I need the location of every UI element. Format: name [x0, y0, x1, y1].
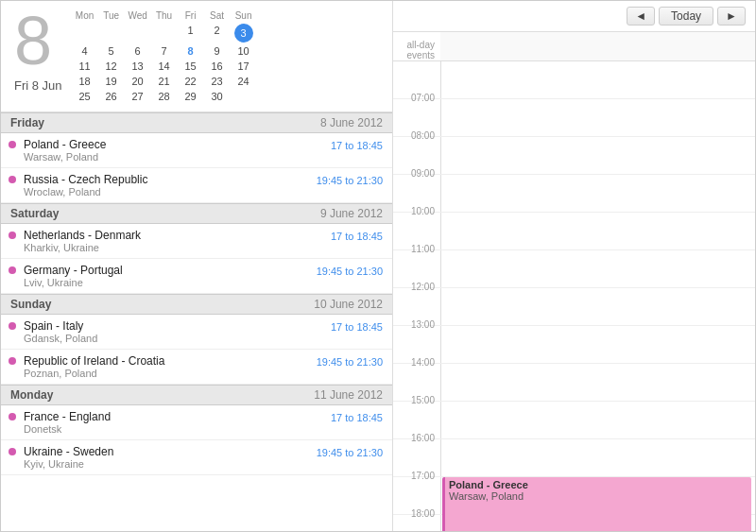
- cal-cell[interactable]: 7: [151, 43, 178, 59]
- cal-cell[interactable]: 17: [231, 59, 257, 74]
- day-label: Fri 8 Jun: [14, 78, 62, 93]
- time-row: 15:00: [393, 402, 755, 439]
- day-header-name: Sunday: [10, 298, 51, 311]
- time-content[interactable]: [440, 288, 755, 325]
- cal-cell[interactable]: 30: [204, 89, 231, 104]
- time-content[interactable]: [440, 213, 755, 249]
- day-header-name: Saturday: [10, 207, 59, 220]
- big-date-container: 8 Fri 8 Jun: [14, 10, 62, 93]
- cal-cell[interactable]: 12: [98, 59, 125, 74]
- event-dot: [9, 413, 16, 420]
- event-time: 19:45 to 21:30: [317, 356, 383, 368]
- event-time: 17 to 18:45: [331, 321, 383, 333]
- event-item[interactable]: Russia - Czech RepublicWroclaw, Poland19…: [1, 168, 392, 203]
- cal-cell[interactable]: 11: [72, 59, 98, 74]
- cal-cell[interactable]: 1: [178, 23, 204, 43]
- day-header-name: Monday: [10, 388, 53, 402]
- time-content[interactable]: [440, 439, 755, 476]
- time-label: 16:00: [393, 433, 440, 470]
- time-label: [393, 61, 440, 92]
- cal-cell[interactable]: 10: [231, 43, 257, 59]
- cal-days-header: MonTueWedThuFriSatSun: [72, 10, 379, 21]
- time-label: 11:00: [393, 244, 440, 281]
- cal-cell[interactable]: 24: [231, 74, 257, 89]
- cal-week-row: 252627282930: [72, 89, 379, 104]
- event-location: Kharkiv, Ukraine: [24, 242, 323, 253]
- cal-cell[interactable]: 4: [72, 43, 98, 59]
- time-content[interactable]: [440, 250, 755, 287]
- event-time: 19:45 to 21:30: [317, 447, 383, 458]
- event-title: Ukraine - Sweden: [24, 445, 309, 458]
- time-content[interactable]: [440, 326, 755, 363]
- cal-cell[interactable]: 20: [125, 74, 151, 89]
- cal-cell[interactable]: 5: [98, 43, 125, 59]
- day-header-name: Friday: [10, 116, 44, 129]
- event-title: Spain - Italy: [24, 319, 323, 333]
- cal-day-header: Sat: [204, 10, 231, 21]
- next-button[interactable]: ►: [717, 7, 746, 26]
- cal-cell[interactable]: 19: [98, 74, 125, 89]
- time-grid-scroll[interactable]: 07:0008:0009:0010:0011:0012:0013:0014:00…: [393, 61, 755, 531]
- today-button[interactable]: Today: [659, 7, 713, 26]
- event-info: Netherlands - DenmarkKharkiv, Ukraine: [24, 229, 323, 253]
- cal-week-row: 45678910: [72, 43, 379, 59]
- time-row: 11:00: [393, 250, 755, 288]
- event-item[interactable]: Spain - ItalyGdansk, Poland17 to 18:45: [1, 315, 392, 350]
- cal-cell[interactable]: 3: [234, 24, 253, 43]
- event-dot: [9, 176, 16, 183]
- time-content[interactable]: [440, 137, 755, 174]
- event-item[interactable]: Germany - PortugalLviv, Ukraine19:45 to …: [1, 259, 392, 294]
- time-content[interactable]: [440, 61, 755, 98]
- event-location: Wroclaw, Poland: [24, 186, 309, 197]
- event-item[interactable]: France - EnglandDonetsk17 to 18:45: [1, 405, 392, 440]
- event-location: Lviv, Ukraine: [24, 277, 309, 288]
- cal-cell[interactable]: 22: [178, 74, 204, 89]
- event-info: Spain - ItalyGdansk, Poland: [24, 319, 323, 344]
- time-label: 12:00: [393, 282, 440, 318]
- event-item[interactable]: Poland - GreeceWarsaw, Poland17 to 18:45: [1, 133, 392, 168]
- event-block-location: Warsaw, Poland: [449, 490, 747, 502]
- time-row: [393, 61, 755, 99]
- event-list: Friday8 June 2012Poland - GreeceWarsaw, …: [1, 112, 392, 531]
- event-item[interactable]: Ukraine - SwedenKyiv, Ukraine19:45 to 21…: [1, 440, 392, 475]
- cal-cell[interactable]: 13: [125, 59, 151, 74]
- cal-cell[interactable]: 6: [125, 43, 151, 59]
- event-location: Kyiv, Ukraine: [24, 458, 309, 470]
- event-dot: [9, 322, 16, 330]
- cal-cell[interactable]: 15: [178, 59, 204, 74]
- event-title: Republic of Ireland - Croatia: [24, 354, 309, 368]
- cal-cell[interactable]: 16: [204, 59, 231, 74]
- cal-cell[interactable]: 26: [98, 89, 125, 104]
- cal-cell[interactable]: 2: [204, 23, 231, 43]
- event-item[interactable]: Republic of Ireland - CroatiaPoznan, Pol…: [1, 350, 392, 385]
- cal-cell[interactable]: 14: [151, 59, 178, 74]
- all-day-row: all-day events: [393, 32, 755, 61]
- time-row: 14:00: [393, 364, 755, 402]
- all-day-label: all-day events: [393, 32, 440, 60]
- cal-cell[interactable]: 21: [151, 74, 178, 89]
- event-info: Russia - Czech RepublicWroclaw, Poland: [24, 173, 309, 197]
- cal-cell[interactable]: 23: [204, 74, 231, 89]
- cal-day-header: Sun: [231, 10, 257, 21]
- time-content[interactable]: [440, 402, 755, 438]
- time-label: 10:00: [393, 206, 440, 243]
- cal-cell[interactable]: 28: [151, 89, 178, 104]
- day-header-date: 10 June 2012: [314, 298, 383, 311]
- cal-cell[interactable]: 25: [72, 89, 98, 104]
- event-item[interactable]: Netherlands - DenmarkKharkiv, Ukraine17 …: [1, 224, 392, 259]
- event-dot: [9, 141, 16, 148]
- cal-day-header: Mon: [72, 10, 98, 21]
- event-location: Poznan, Poland: [24, 368, 309, 379]
- cal-cell[interactable]: 8: [178, 43, 204, 59]
- cal-cell[interactable]: 9: [204, 43, 231, 59]
- time-content[interactable]: [440, 175, 755, 212]
- time-content[interactable]: [440, 99, 755, 136]
- prev-button[interactable]: ◄: [627, 7, 655, 26]
- cal-cell[interactable]: 29: [178, 89, 204, 104]
- cal-cell[interactable]: 18: [72, 74, 98, 89]
- cal-cell: [72, 23, 98, 43]
- calendar-event-block[interactable]: Poland - GreeceWarsaw, Poland: [442, 477, 751, 531]
- cal-cell[interactable]: 27: [125, 89, 151, 104]
- time-label: 15:00: [393, 395, 440, 432]
- time-content[interactable]: [440, 364, 755, 401]
